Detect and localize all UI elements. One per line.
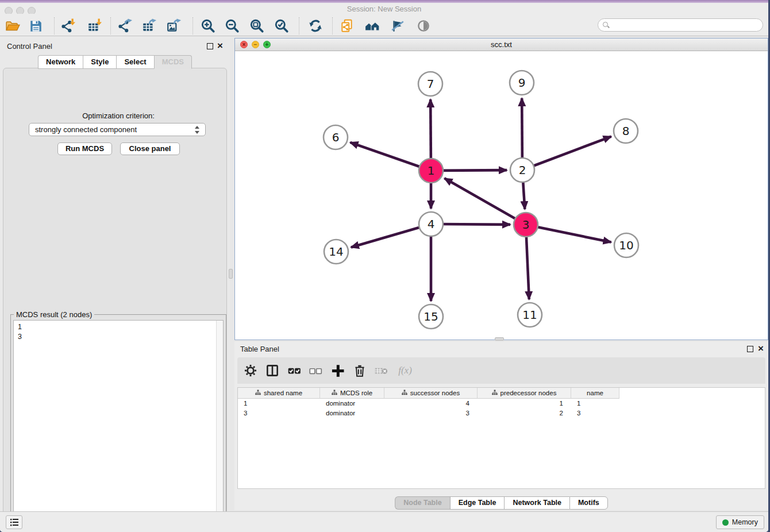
graph-node-11[interactable]: 11 — [518, 303, 542, 327]
export-table-icon[interactable] — [141, 18, 156, 33]
show-graphics-details-icon[interactable] — [416, 18, 431, 33]
svg-text:3: 3 — [522, 218, 530, 232]
tab-network[interactable]: Network — [38, 55, 83, 69]
node-table: shared nameMCDS rolesuccessor nodesprede… — [237, 387, 765, 489]
unselect-all-icon[interactable] — [308, 363, 323, 378]
duplicate-network-icon[interactable] — [340, 18, 355, 33]
table-row[interactable]: 1dominator411 — [238, 399, 765, 408]
table-toolbar: f(x) — [237, 357, 765, 384]
zoom-fit-icon[interactable] — [249, 18, 264, 33]
control-panel-close-icon[interactable]: × — [217, 43, 223, 49]
refresh-layout-icon[interactable] — [308, 18, 323, 33]
cell-predecessor-nodes[interactable]: 1 — [478, 399, 571, 408]
search-field[interactable] — [598, 18, 763, 32]
cell-successor-nodes[interactable]: 3 — [384, 408, 478, 418]
run-mcds-button[interactable]: Run MCDS — [57, 142, 112, 155]
window-title: Session: New Session — [0, 5, 768, 13]
criterion-select-value: strongly connected component — [35, 125, 137, 134]
tab-mcds[interactable]: MCDS — [154, 55, 192, 69]
table-panel-close-icon[interactable]: × — [758, 345, 764, 352]
control-panel: Control Panel × Optimization criterion: … — [0, 36, 230, 511]
criterion-select[interactable]: strongly connected component — [29, 123, 206, 136]
tab-style[interactable]: Style — [83, 55, 116, 69]
graph-node-14[interactable]: 14 — [324, 240, 348, 264]
column-header-shared-name[interactable]: shared name — [238, 388, 320, 399]
import-table-icon[interactable] — [87, 18, 102, 33]
select-all-icon[interactable] — [287, 363, 302, 378]
column-type-icon — [255, 390, 261, 396]
task-history-button[interactable] — [6, 515, 22, 529]
open-session-icon[interactable] — [5, 18, 20, 33]
tab-select[interactable]: Select — [116, 55, 153, 69]
graph-node-6[interactable]: 6 — [324, 125, 348, 149]
app-window: Session: New Session Control Panel × Opt… — [0, 0, 768, 532]
network-graph: 7968124314101511 — [235, 51, 768, 340]
graph-node-10[interactable]: 10 — [614, 233, 638, 257]
graph-node-8[interactable]: 8 — [614, 119, 638, 143]
graph-node-9[interactable]: 9 — [510, 71, 534, 95]
cell-MCDS-role[interactable]: dominator — [320, 408, 384, 418]
network-view-titlebar[interactable]: × − + scc.txt — [235, 38, 768, 51]
graph-node-15[interactable]: 15 — [419, 304, 443, 329]
export-image-icon[interactable] — [166, 18, 181, 33]
graph-edge-1-6[interactable] — [350, 142, 431, 171]
mcds-result-textarea[interactable]: 1 3 — [13, 320, 224, 528]
tab-network-table[interactable]: Network Table — [504, 496, 569, 510]
column-header-MCDS-role[interactable]: MCDS role — [320, 388, 384, 399]
cell-predecessor-nodes[interactable]: 2 — [478, 408, 571, 418]
control-panel-tabs: NetworkStyleSelectMCDS — [0, 55, 230, 69]
cell-MCDS-role[interactable]: dominator — [320, 399, 384, 408]
table-panel-title: Table Panel — [240, 345, 279, 353]
table-row[interactable]: 3dominator323 — [238, 408, 765, 418]
graph-node-4[interactable]: 4 — [419, 212, 443, 236]
graph-edge-2-8[interactable] — [522, 137, 611, 170]
result-scrollbar[interactable] — [216, 321, 223, 527]
graph-node-1[interactable]: 1 — [419, 159, 443, 183]
column-type-icon — [332, 390, 337, 396]
export-network-icon[interactable] — [117, 18, 132, 33]
import-network-icon[interactable] — [60, 18, 75, 33]
tab-motifs[interactable]: Motifs — [569, 496, 608, 510]
show-columns-icon[interactable] — [265, 363, 280, 378]
memory-button[interactable]: Memory — [716, 515, 764, 529]
tab-node-table[interactable]: Node Table — [395, 496, 449, 510]
column-header-predecessor-nodes[interactable]: predecessor nodes — [478, 388, 571, 399]
tab-edge-table[interactable]: Edge Table — [450, 496, 505, 510]
zoom-out-icon[interactable] — [225, 18, 240, 33]
add-row-icon[interactable] — [330, 363, 345, 378]
graph-node-3[interactable]: 3 — [514, 213, 538, 237]
cell-name[interactable]: 3 — [571, 408, 619, 418]
network-canvas[interactable]: 7968124314101511 — [235, 51, 768, 340]
close-panel-button[interactable]: Close panel — [120, 142, 180, 155]
cell-shared-name[interactable]: 3 — [238, 408, 320, 418]
save-session-icon[interactable] — [28, 18, 43, 33]
status-bar: Memory — [0, 511, 768, 532]
memory-label: Memory — [732, 518, 758, 526]
cell-shared-name[interactable]: 1 — [238, 399, 320, 408]
cell-name[interactable]: 1 — [571, 399, 619, 408]
graph-node-2[interactable]: 2 — [510, 158, 534, 182]
column-header-successor-nodes[interactable]: successor nodes — [384, 388, 478, 399]
horizontal-splitter-handle[interactable] — [495, 337, 504, 341]
control-panel-body: Optimization criterion: strongly connect… — [3, 68, 227, 532]
graph-edge-3-10[interactable] — [526, 225, 611, 242]
zoom-selected-icon[interactable] — [274, 18, 289, 33]
table-settings-icon[interactable] — [243, 363, 258, 378]
first-neighbors-icon[interactable] — [365, 18, 380, 33]
cell-successor-nodes[interactable]: 4 — [384, 399, 478, 408]
column-header-name[interactable]: name — [571, 388, 619, 399]
graph-edge-3-1[interactable] — [444, 178, 526, 225]
table-panel: Table Panel × f(x) shared nameMCDS roles… — [234, 342, 768, 510]
zoom-in-icon[interactable] — [201, 18, 215, 33]
hide-selected-icon[interactable] — [390, 18, 405, 33]
graph-node-7[interactable]: 7 — [418, 72, 442, 96]
optimization-criterion-label: Optimization criterion: — [3, 111, 233, 120]
control-panel-float-icon[interactable] — [207, 43, 213, 49]
memory-status-icon — [722, 519, 729, 526]
delete-table-icon[interactable] — [352, 363, 367, 378]
table-panel-float-icon[interactable] — [747, 346, 753, 352]
svg-text:11: 11 — [522, 308, 537, 322]
vertical-splitter-handle[interactable] — [229, 269, 233, 279]
table-panel-tabs: Node TableEdge TableNetwork TableMotifs — [234, 496, 768, 510]
search-input[interactable] — [611, 20, 757, 30]
